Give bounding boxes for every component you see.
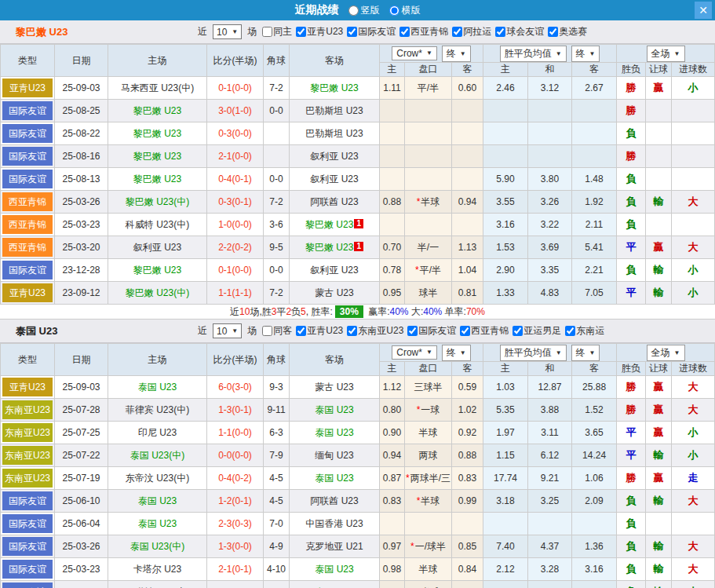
result-handicap: 輸 — [646, 444, 672, 467]
league-filter[interactable]: 东南亚U23 — [344, 324, 403, 338]
league-checkbox[interactable] — [347, 27, 357, 37]
avg-draw: 9.21 — [528, 467, 572, 490]
away-team: 黎巴嫩 U231 — [290, 236, 380, 259]
match-row: 亚青U2325-09-03泰国 U236-0(3-0)9-3蒙古 U231.12… — [1, 376, 715, 399]
avg-away — [572, 122, 617, 145]
red-card-badge: 1 — [354, 242, 363, 251]
odds-away: 0.99 — [452, 490, 483, 513]
competition-badge: 亚青U23 — [1, 77, 55, 100]
result-wdl: 負 — [617, 214, 646, 236]
col-result: 胜负 — [617, 362, 646, 376]
same-venue-checkbox[interactable] — [262, 27, 272, 37]
league-checkbox[interactable] — [347, 326, 357, 336]
score: 2-2(0-2) — [207, 236, 264, 259]
away-team: 克罗地亚 U21 — [290, 535, 380, 558]
odds-line: 球半 — [405, 282, 452, 305]
same-venue-checkbox[interactable] — [262, 326, 272, 336]
league-checkbox[interactable] — [399, 27, 410, 37]
avg-period-select[interactable]: 终▼ — [571, 46, 600, 62]
corners: 0-0 — [264, 168, 290, 191]
same-venue-filter[interactable]: 同客 — [259, 324, 292, 338]
league-filter[interactable]: 亚青U23 — [293, 25, 343, 38]
league-checkbox[interactable] — [452, 27, 462, 37]
avg-source-select[interactable]: 胜平负均值▼ — [500, 345, 567, 361]
match-row: 国际友谊25-08-25黎巴嫩 U233-0(1-0)0-0巴勒斯坦 U23勝 — [1, 100, 715, 122]
odds-line: 半球 — [405, 558, 452, 581]
league-filter[interactable]: 球会友谊 — [492, 25, 544, 38]
avg-period-select[interactable]: 终▼ — [571, 345, 600, 361]
league-filter[interactable]: 亚青U23 — [293, 324, 343, 338]
score: 1-1(0-0) — [207, 422, 264, 444]
corners: 7-0 — [264, 513, 290, 535]
match-date: 25-08-22 — [55, 122, 108, 145]
red-card-badge: 1 — [354, 219, 363, 228]
avg-away — [572, 513, 617, 535]
vertical-radio[interactable] — [348, 5, 359, 16]
competition-label: 国际友谊 — [2, 514, 53, 533]
league-checkbox[interactable] — [495, 27, 505, 37]
odds-source-select[interactable]: Crow*▼ — [392, 46, 437, 60]
col-score: 比分(半场) — [207, 344, 264, 376]
close-icon[interactable]: ✕ — [695, 2, 712, 19]
same-venue-filter[interactable]: 同主 — [259, 25, 292, 38]
league-checkbox[interactable] — [460, 326, 470, 336]
competition-badge: 国际友谊 — [1, 513, 55, 535]
result-handicap: 贏 — [646, 467, 672, 490]
match-date: 25-06-10 — [55, 490, 108, 513]
layout-option-horizontal[interactable]: 横版 — [383, 4, 421, 17]
horizontal-radio[interactable] — [389, 5, 399, 16]
avg-away: 1.52 — [572, 399, 617, 422]
match-row: 亚青U2323-09-12黎巴嫩 U23(中)1-1(1-1)7-2蒙古 U23… — [1, 282, 715, 305]
dropdown-arrow-icon: ▼ — [556, 50, 562, 57]
league-checkbox[interactable] — [296, 27, 306, 37]
competition-badge: 国际友谊 — [1, 168, 55, 191]
match-date: 25-03-20 — [55, 236, 108, 259]
layout-option-vertical[interactable]: 竖版 — [342, 4, 380, 17]
recent-count-select[interactable]: 10 ▼ — [213, 323, 242, 338]
league-filter[interactable]: 亚运男足 — [509, 324, 561, 338]
league-filter[interactable]: 奥选赛 — [545, 25, 587, 38]
league-filter[interactable]: 西亚青锦 — [396, 25, 448, 38]
league-checkbox[interactable] — [565, 326, 575, 336]
result-wdl: 勝 — [617, 467, 646, 490]
odds-period-select[interactable]: 终▼ — [442, 345, 471, 361]
avg-away: 2.11 — [572, 214, 617, 236]
match-date: 25-09-03 — [55, 376, 108, 399]
league-checkbox[interactable] — [296, 326, 306, 336]
league-checkbox[interactable] — [513, 326, 523, 336]
odds-source-select[interactable]: Crow*▼ — [392, 345, 437, 360]
summary-part: 负 — [291, 306, 301, 317]
odds-home: 0.80 — [380, 399, 405, 422]
team-name: 蒙古 U23 — [315, 382, 353, 393]
league-filter[interactable]: 国际友谊 — [404, 324, 456, 338]
corners: 4-10 — [264, 558, 290, 581]
competition-label: 国际友谊 — [2, 583, 53, 588]
league-checkbox[interactable] — [407, 326, 418, 336]
competition-badge: 国际友谊 — [1, 145, 55, 168]
league-filter[interactable]: 国际友谊 — [344, 25, 396, 38]
league-checkbox[interactable] — [548, 27, 558, 37]
league-filter[interactable]: 阿拉运 — [449, 25, 491, 38]
team-name: 叙利亚 U23 — [310, 173, 358, 184]
odds-line — [405, 145, 452, 168]
odds-home: 0.90 — [380, 422, 405, 444]
avg-draw: 3.88 — [528, 399, 572, 422]
summary-part: 70% — [466, 306, 485, 317]
odds-period-select[interactable]: 终▼ — [442, 46, 471, 62]
avg-source-select[interactable]: 胜平负均值▼ — [500, 46, 567, 62]
result-scope-select[interactable]: 全场▼ — [647, 345, 685, 361]
odds-home — [380, 168, 405, 191]
avg-home: 3.16 — [483, 214, 528, 236]
league-filter[interactable]: 东南运 — [562, 324, 604, 338]
league-filter[interactable]: 西亚青锦 — [457, 324, 509, 338]
score: 1-3(0-0) — [207, 535, 264, 558]
col-avg-draw: 和 — [528, 63, 572, 77]
recent-count-select[interactable]: 10 ▼ — [213, 24, 242, 39]
competition-label: 国际友谊 — [2, 491, 53, 510]
team-name: 叙利亚 U23 — [310, 151, 358, 162]
away-team: 泰国 U23 — [290, 399, 380, 422]
result-handicap: 贏 — [646, 236, 672, 259]
home-team: 黎巴嫩 U23 — [108, 100, 207, 122]
match-row: 国际友谊25-03-23卡塔尔 U232-1(0-1)4-10泰国 U230.9… — [1, 558, 715, 581]
result-scope-select[interactable]: 全场▼ — [647, 46, 685, 62]
